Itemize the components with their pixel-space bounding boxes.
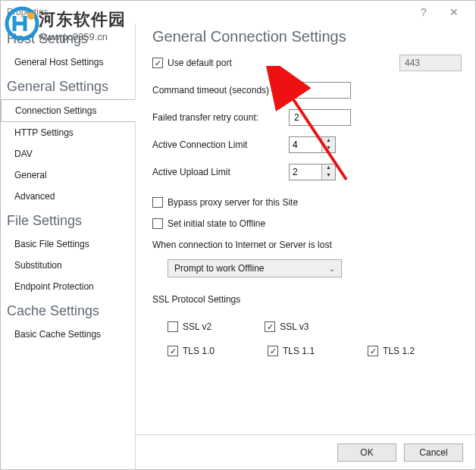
active-connection-limit-spinner[interactable]: ▲▼ bbox=[289, 136, 336, 153]
lost-connection-value: Prompt to work Offline bbox=[174, 263, 329, 274]
offline-initial-label: Set initial state to Offline bbox=[168, 218, 265, 229]
cancel-button[interactable]: Cancel bbox=[404, 443, 463, 462]
active-connection-limit-input[interactable] bbox=[290, 137, 321, 152]
offline-initial-checkbox[interactable] bbox=[152, 218, 163, 229]
bypass-proxy-checkbox[interactable] bbox=[152, 197, 163, 208]
chevron-down-icon: ⌄ bbox=[329, 265, 335, 273]
lost-connection-header: When connection to Internet or Server is… bbox=[152, 240, 462, 250]
command-timeout-input[interactable] bbox=[289, 82, 351, 99]
sidebar-item-connection-settings[interactable]: Connection Settings bbox=[1, 99, 136, 122]
help-button[interactable]: ? bbox=[409, 4, 439, 20]
retry-count-input[interactable] bbox=[289, 109, 351, 126]
sidebar-item-general[interactable]: General bbox=[1, 164, 135, 186]
sidebar-item-basic-cache-settings[interactable]: Basic Cache Settings bbox=[1, 324, 135, 345]
spin-up-icon[interactable]: ▲ bbox=[322, 137, 335, 145]
retry-count-label: Failed transfer retry count: bbox=[152, 112, 289, 123]
spin-up-icon[interactable]: ▲ bbox=[322, 164, 335, 172]
window-title: Properties - bbox=[7, 7, 54, 17]
active-upload-limit-input[interactable] bbox=[290, 164, 321, 180]
lost-connection-select[interactable]: Prompt to work Offline ⌄ bbox=[168, 259, 342, 277]
active-connection-limit-label: Active Connection Limit bbox=[152, 139, 289, 150]
sidebar-item-substitution[interactable]: Substitution bbox=[1, 255, 135, 276]
ssl-v2-checkbox[interactable] bbox=[168, 321, 178, 332]
sidebar-item-advanced[interactable]: Advanced bbox=[1, 186, 135, 207]
tls-1-2-checkbox[interactable] bbox=[368, 346, 378, 356]
sidebar-group-host: Host Settings bbox=[1, 25, 135, 52]
tls-1-0-label: TLS 1.0 bbox=[183, 346, 215, 356]
titlebar: Properties - ? ✕ bbox=[1, 1, 475, 24]
ok-button[interactable]: OK bbox=[337, 443, 396, 462]
ssl-header: SSL Protocol Settings bbox=[152, 294, 462, 305]
tls-1-1-label: TLS 1.1 bbox=[283, 346, 315, 356]
tls-1-1-checkbox[interactable] bbox=[268, 346, 278, 356]
spin-down-icon[interactable]: ▼ bbox=[322, 172, 335, 180]
sidebar-group-general: General Settings bbox=[1, 73, 135, 99]
port-input bbox=[399, 55, 462, 71]
sidebar-item-endpoint-protection[interactable]: Endpoint Protection bbox=[1, 276, 135, 297]
tls-1-2-label: TLS 1.2 bbox=[383, 346, 415, 356]
spin-down-icon[interactable]: ▼ bbox=[322, 145, 335, 152]
command-timeout-label: Command timeout (seconds) bbox=[152, 85, 289, 96]
use-default-port-checkbox[interactable] bbox=[152, 58, 163, 68]
dialog-footer: OK Cancel bbox=[136, 434, 475, 469]
sidebar-item-http-settings[interactable]: HTTP Settings bbox=[1, 122, 135, 143]
sidebar: Host Settings General Host Settings Gene… bbox=[1, 24, 136, 469]
properties-dialog: Properties - ? ✕ Host Settings General H… bbox=[0, 0, 476, 470]
sidebar-group-file: File Settings bbox=[1, 207, 135, 233]
page-title: General Connection Settings bbox=[152, 28, 462, 45]
ssl-v2-label: SSL v2 bbox=[183, 321, 211, 332]
use-default-port-label: Use default port bbox=[168, 58, 232, 68]
ssl-v3-label: SSL v3 bbox=[280, 321, 308, 332]
bypass-proxy-label: Bypass proxy server for this Site bbox=[168, 197, 298, 208]
sidebar-item-general-host-settings[interactable]: General Host Settings bbox=[1, 52, 135, 73]
sidebar-item-basic-file-settings[interactable]: Basic File Settings bbox=[1, 233, 135, 255]
sidebar-item-dav[interactable]: DAV bbox=[1, 143, 135, 164]
sidebar-group-cache: Cache Settings bbox=[1, 297, 135, 324]
active-upload-limit-label: Active Upload Limit bbox=[152, 167, 289, 177]
active-upload-limit-spinner[interactable]: ▲▼ bbox=[289, 164, 336, 180]
ssl-v3-checkbox[interactable] bbox=[265, 321, 275, 332]
close-button[interactable]: ✕ bbox=[439, 4, 469, 20]
tls-1-0-checkbox[interactable] bbox=[168, 346, 178, 356]
